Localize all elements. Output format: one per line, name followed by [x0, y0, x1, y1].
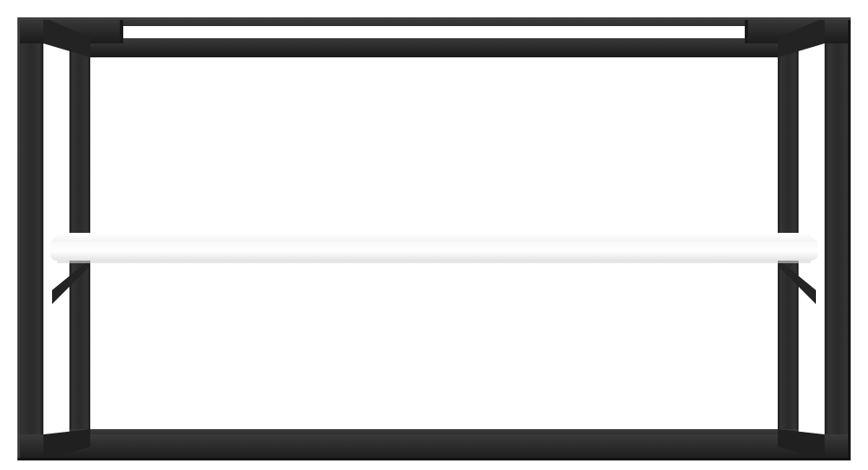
notch-face-right	[745, 17, 748, 43]
shelf-top-surface	[50, 233, 818, 242]
front-right-post-highlight	[848, 17, 851, 460]
back-top-rail	[71, 38, 797, 57]
front-top-rail-highlight	[17, 17, 851, 20]
shelf-front-edge	[50, 242, 818, 261]
front-bottom-rail-shadow	[17, 458, 851, 460]
notch-face-left	[120, 17, 123, 43]
front-bottom-rail	[17, 434, 851, 460]
front-left-post-highlight	[17, 17, 20, 460]
front-right-post	[825, 17, 851, 460]
front-left-post	[17, 17, 43, 460]
shelf-undershadow	[57, 261, 811, 263]
shelf-illustration	[0, 0, 868, 470]
product-image	[0, 0, 868, 470]
